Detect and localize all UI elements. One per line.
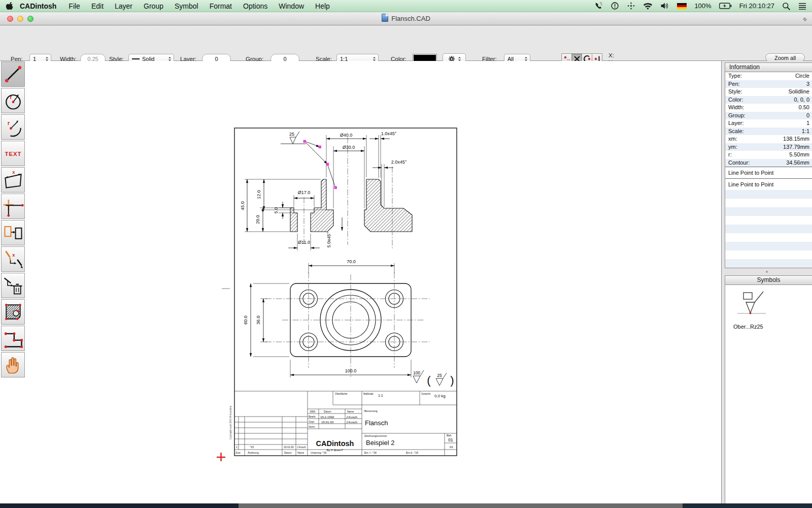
fullscreen-icon[interactable] <box>802 16 808 22</box>
arc-tool-button[interactable]: r <box>1 114 25 140</box>
ortho-line-tool-button[interactable] <box>1 194 25 219</box>
svg-text:25: 25 <box>437 373 442 378</box>
cursor-crosshair <box>217 453 225 461</box>
history-entry[interactable]: Line Point to Point <box>725 167 812 178</box>
apple-menu-icon[interactable] <box>5 2 13 11</box>
copy-tool-button[interactable] <box>1 220 25 245</box>
delete-tool-button[interactable] <box>1 273 25 298</box>
menu-options[interactable]: Options <box>238 0 273 12</box>
toolbar: Pen: 1 Width: 0.25 Style: Solid Layer: 0… <box>0 25 812 61</box>
menu-group[interactable]: Group <box>138 0 169 12</box>
information-panel: Information Type:Circle Pen:3 Style:Soli… <box>725 62 812 268</box>
window-minimize-button[interactable] <box>17 16 23 22</box>
menu-file[interactable]: File <box>63 0 86 12</box>
polyline-tool-button[interactable] <box>1 326 25 351</box>
location-status-icon[interactable] <box>627 2 635 10</box>
info-row: Contour:34.56mm <box>725 159 812 167</box>
svg-text:Ursprung: ^16: Ursprung: ^16 <box>311 451 326 454</box>
menu-format[interactable]: Format <box>204 0 238 12</box>
symbols-list: Ober...Rz25 <box>725 290 812 330</box>
svg-text:5.0x45°: 5.0x45° <box>326 232 331 247</box>
volume-status-icon[interactable] <box>660 2 669 10</box>
svg-text:J.Kusch: J.Kusch <box>346 420 358 424</box>
symbol-item-label[interactable]: Ober...Rz25 <box>733 324 812 330</box>
svg-text:100: 100 <box>413 370 420 375</box>
notification-center-icon[interactable] <box>798 3 807 10</box>
svg-text:Ø11.0: Ø11.0 <box>298 240 310 245</box>
spotlight-search-icon[interactable] <box>782 2 790 10</box>
svg-text:1: 1 <box>236 446 238 449</box>
circle-tool-button[interactable]: r <box>1 88 25 113</box>
solid-line-sample <box>132 58 140 60</box>
menu-clock[interactable]: Fri 20:10:27 <box>739 2 774 10</box>
window-zoom-button[interactable] <box>27 16 33 22</box>
history-entry[interactable]: Line Point to Point <box>725 179 812 190</box>
info-row: Layer:1 <box>725 119 812 128</box>
line-tool-button[interactable] <box>1 61 25 87</box>
info-row: Scale:1:1 <box>725 128 812 136</box>
svg-text:15.01.93: 15.01.93 <box>321 420 334 424</box>
panel-splitter[interactable] <box>722 268 812 275</box>
svg-text:15.01.93: 15.01.93 <box>284 446 294 449</box>
svg-text:45.0: 45.0 <box>240 201 245 210</box>
info-row: ym:137.79mm <box>725 143 812 151</box>
svg-text:Ers. f.: ^18: Ers. f.: ^18 <box>364 451 377 454</box>
menu-symbol[interactable]: Symbol <box>169 0 204 12</box>
svg-text:20.0: 20.0 <box>255 215 260 224</box>
change-attributes-tool-button[interactable]: x <box>1 246 25 272</box>
dimension-tool-button[interactable]: x <box>1 167 25 193</box>
svg-text:Datum: Datum <box>324 410 331 413</box>
info-row: Type:Circle <box>725 72 812 80</box>
menu-window[interactable]: Window <box>273 0 310 12</box>
sync-alert-status-icon[interactable] <box>611 2 619 10</box>
svg-text:Benennung: Benennung <box>364 409 378 412</box>
svg-text:60.0: 60.0 <box>243 315 248 325</box>
hatch-tool-button[interactable] <box>1 299 25 325</box>
svg-text:(: ( <box>427 374 431 387</box>
svg-text:01: 01 <box>448 437 453 442</box>
svg-text:): ) <box>450 374 454 387</box>
wifi-status-icon[interactable] <box>643 2 653 10</box>
window-close-button[interactable] <box>7 16 13 22</box>
info-row: xm:138.15mm <box>725 135 812 143</box>
svg-text:Copyright nach DIN 34 beachten: Copyright nach DIN 34 beachten <box>229 405 232 439</box>
drawing-canvas[interactable]: Ø40.0 1.0x45° Ø30.0 2.0x45° 45.0 <box>0 61 812 503</box>
side-panel: Information Type:Circle Pen:3 Style:Soli… <box>721 61 812 503</box>
svg-text:2.0x45°: 2.0x45° <box>391 160 407 165</box>
menu-help[interactable]: Help <box>310 0 335 12</box>
svg-text:x: x <box>12 170 15 175</box>
svg-text:Blatt: Blatt <box>447 434 452 437</box>
info-row: Style:Solidline <box>725 88 812 96</box>
svg-text:Zeichnungsnummer:: Zeichnungsnummer: <box>364 434 388 437</box>
battery-percent: 100% <box>694 2 711 10</box>
battery-status-icon[interactable] <box>719 3 732 9</box>
svg-text:01: 01 <box>450 445 453 449</box>
x-coordinate-label: X: <box>608 52 614 59</box>
german-flag-input-icon[interactable] <box>677 3 687 9</box>
text-tool-button[interactable]: TEXT <box>1 141 25 166</box>
window-title-bar: Flansch.CAD <box>0 12 812 25</box>
svg-text:Gewicht: Gewicht <box>421 392 431 395</box>
menu-edit[interactable]: Edit <box>86 0 109 12</box>
svg-text:15.2.1992: 15.2.1992 <box>320 415 334 419</box>
information-rows: Type:Circle Pen:3 Style:Solidline Color:… <box>725 72 812 167</box>
svg-text:CADintosh: CADintosh <box>316 439 354 448</box>
information-panel-header[interactable]: Information <box>725 63 812 72</box>
pan-tool-button[interactable] <box>1 352 25 377</box>
roughness-symbol-preview[interactable] <box>736 290 768 320</box>
info-row: r:5.50mm <box>725 151 812 159</box>
svg-text:Name: Name <box>297 451 304 454</box>
svg-text:5.0: 5.0 <box>274 207 279 214</box>
phone-status-icon[interactable] <box>594 2 603 10</box>
svg-text:J.Kusch: J.Kusch <box>297 446 306 449</box>
screen-bottom-edge <box>0 503 812 508</box>
tool-palette: r r TEXT x x <box>0 61 26 378</box>
svg-text:r: r <box>10 94 12 100</box>
menu-layer[interactable]: Layer <box>109 0 138 12</box>
menu-app-name[interactable]: CADintosh <box>13 0 63 12</box>
info-row: Width:0.50 <box>725 104 812 112</box>
svg-text:70.0: 70.0 <box>347 259 356 264</box>
info-row: Pen:3 <box>725 80 812 88</box>
symbols-panel-header[interactable]: Symbols <box>725 276 812 285</box>
svg-text:^15: ^15 <box>250 446 254 449</box>
